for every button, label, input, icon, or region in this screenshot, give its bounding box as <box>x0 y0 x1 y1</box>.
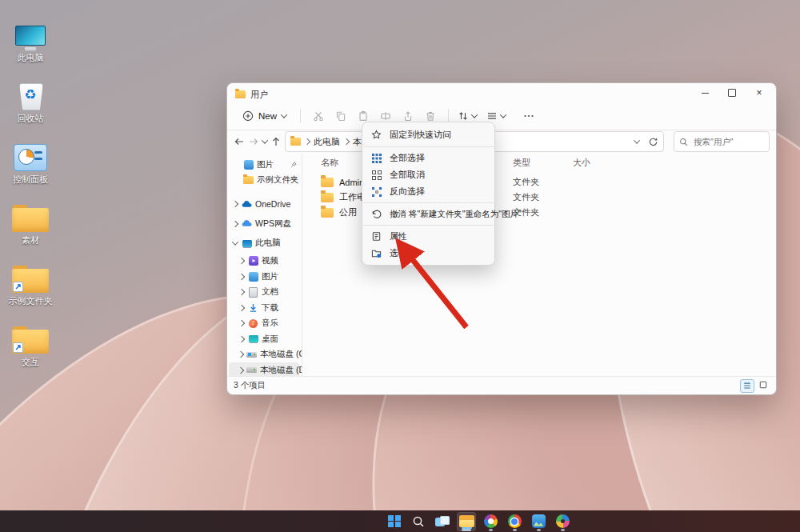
menu-item-select-all[interactable]: 全部选择 <box>362 150 494 166</box>
desktop-icon-folder-shortcut-1[interactable]: 示例文件夹 <box>2 248 59 307</box>
sidebar-item-local-disk-c[interactable]: 本地磁盘 (C:) <box>227 347 302 363</box>
details-view-toggle[interactable] <box>740 379 754 393</box>
menu-item-label: 属性 <box>390 230 407 242</box>
task-view-button[interactable] <box>433 512 452 531</box>
file-type: 文件夹 <box>513 176 573 188</box>
sidebar-item-onedrive[interactable]: OneDrive <box>227 194 302 214</box>
search-button[interactable] <box>409 512 428 531</box>
sidebar-item-pictures-pinned[interactable]: 图片 <box>238 157 302 173</box>
sidebar-item-sample-folder-pinned[interactable]: 示例文件夹 <box>238 173 302 189</box>
toolbar-separator <box>300 109 301 123</box>
properties-icon <box>370 231 382 242</box>
sidebar-item-music[interactable]: ♪ 音乐 <box>227 316 302 332</box>
sidebar-item-label: 文档 <box>262 286 278 298</box>
command-bar: New <box>227 102 776 130</box>
sidebar-item-label: 下载 <box>262 302 278 314</box>
window-controls: × <box>691 83 773 102</box>
chrome-icon <box>508 514 522 528</box>
desktop-icon-folder-shortcut-2[interactable]: 交互 <box>2 309 59 368</box>
sort-button[interactable] <box>455 110 479 122</box>
refresh-icon[interactable] <box>648 137 658 147</box>
taskbar-browser-360[interactable] <box>481 512 500 531</box>
pictures-icon <box>243 159 254 170</box>
plus-circle-icon <box>242 110 254 122</box>
start-button[interactable] <box>385 512 404 531</box>
new-button[interactable]: New <box>235 106 294 126</box>
sidebar-item-videos[interactable]: 视频 <box>227 254 302 270</box>
item-count: 3 个项目 <box>234 380 266 391</box>
new-button-label: New <box>258 111 277 121</box>
chevron-right-icon <box>343 138 350 145</box>
sidebar-item-downloads[interactable]: 下载 <box>227 300 302 316</box>
thumbnail-view-toggle[interactable] <box>757 379 770 391</box>
menu-item-label: 全部选择 <box>390 152 425 164</box>
sidebar-item-documents[interactable]: 文档 <box>227 285 302 301</box>
sidebar-item-this-pc[interactable]: 此电脑 <box>227 234 302 254</box>
search-input[interactable] <box>692 136 764 147</box>
sidebar-item-label: 桌面 <box>262 334 278 345</box>
onedrive-icon <box>242 199 252 210</box>
taskbar-file-explorer[interactable] <box>457 512 476 531</box>
this-pc-icon <box>15 26 46 50</box>
desktop-icon-this-pc[interactable]: 此电脑 <box>2 5 59 64</box>
forward-button[interactable] <box>248 133 259 150</box>
copy-button[interactable] <box>330 106 352 126</box>
menu-item-select-none[interactable]: 全部取消 <box>362 166 494 183</box>
videos-icon <box>248 256 258 266</box>
desktop-icon-label: 示例文件夹 <box>9 295 53 307</box>
breadcrumb-this-pc[interactable]: 此电脑 <box>314 136 340 148</box>
back-button[interactable] <box>234 133 245 150</box>
desktop-icon-label: 素材 <box>22 234 39 246</box>
desktop-icon-folder-1[interactable]: 素材 <box>2 187 59 246</box>
photos-app-icon <box>532 514 546 528</box>
taskbar-icons <box>385 510 572 532</box>
sidebar-item-pictures[interactable]: 图片 <box>227 269 302 285</box>
menu-item-invert-selection[interactable]: 反向选择 <box>362 183 494 200</box>
cut-button[interactable] <box>307 106 330 126</box>
sidebar-item-wps-drive[interactable]: WPS网盘 <box>227 214 302 234</box>
taskbar-chrome[interactable] <box>505 512 524 531</box>
column-header-size[interactable]: 大小 <box>573 157 629 171</box>
disk-d-icon <box>246 365 257 375</box>
sidebar-item-label: WPS网盘 <box>255 218 291 230</box>
downloads-icon <box>248 302 258 313</box>
sidebar-item-label: 图片 <box>257 159 274 170</box>
sidebar-item-label: 本地磁盘 (D:) <box>260 365 302 376</box>
close-button[interactable]: × <box>746 84 773 102</box>
sidebar-item-label: OneDrive <box>255 199 290 209</box>
column-header-type[interactable]: 类型 <box>513 157 573 171</box>
shortcut-arrow-icon <box>13 342 23 353</box>
chevron-down-icon <box>634 137 640 143</box>
explorer-content: 图片 示例文件夹 OneDrive WPS网盘 <box>227 154 776 377</box>
desktop-icon-recycle-bin[interactable]: ♻ 回收站 <box>2 66 59 125</box>
menu-item-undo-rename[interactable]: 撤消 将"新建文件夹"重命名为"图片" <box>362 206 494 222</box>
up-button[interactable] <box>270 133 282 150</box>
see-more-button[interactable] <box>518 106 540 126</box>
folder-shortcut-icon <box>12 266 49 293</box>
menu-item-options[interactable]: 选项 <box>362 245 494 262</box>
menu-item-pin-to-quick-access[interactable]: 固定到快速访问 <box>362 126 494 144</box>
status-bar: 3 个项目 <box>227 376 776 394</box>
folder-icon <box>243 175 254 186</box>
desktop-icon-control-panel[interactable]: 控制面板 <box>2 126 59 186</box>
chevron-right-icon <box>232 201 238 207</box>
chevron-right-icon <box>238 351 244 358</box>
minimize-button[interactable] <box>691 84 718 102</box>
menu-item-label: 固定到快速访问 <box>390 129 451 141</box>
taskbar-photos-app[interactable] <box>529 512 548 531</box>
folder-icon <box>12 205 49 232</box>
search-box[interactable] <box>674 131 770 152</box>
taskbar-paint-app[interactable] <box>553 512 572 531</box>
chevron-right-icon <box>238 274 245 280</box>
maximize-button[interactable] <box>718 84 746 102</box>
menu-item-properties[interactable]: 属性 <box>362 228 494 245</box>
chevron-down-icon <box>232 239 238 246</box>
sidebar-item-desktop[interactable]: 桌面 <box>227 331 302 347</box>
menu-item-label: 选项 <box>390 247 407 259</box>
folder-icon <box>321 178 334 187</box>
sidebar-item-local-disk-d[interactable]: 本地磁盘 (D:) <box>229 362 299 377</box>
select-all-icon <box>370 154 382 163</box>
view-button[interactable] <box>484 110 508 122</box>
recent-locations-button[interactable] <box>262 133 267 150</box>
menu-item-label: 反向选择 <box>390 186 425 198</box>
